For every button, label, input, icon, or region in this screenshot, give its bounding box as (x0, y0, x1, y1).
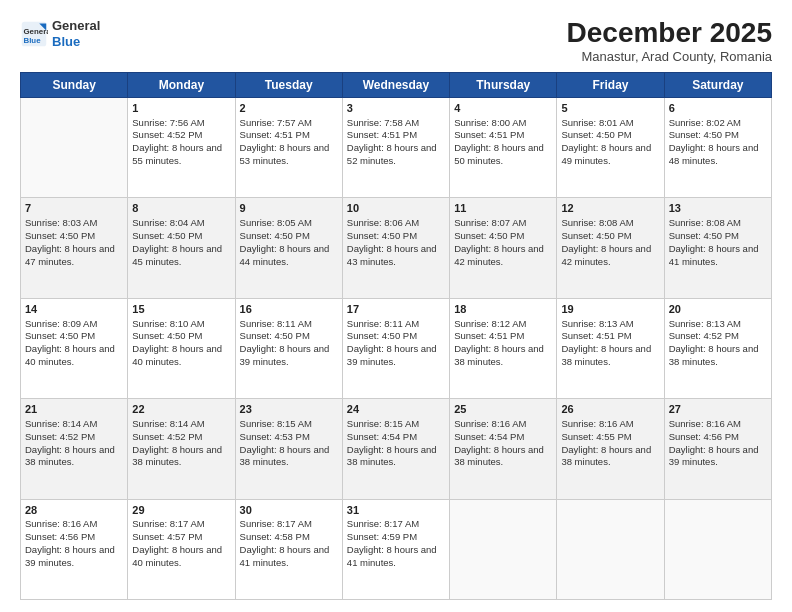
cell-line-1: Sunset: 4:56 PM (669, 431, 767, 444)
day-number: 24 (347, 402, 445, 417)
cell-line-0: Sunrise: 8:08 AM (561, 217, 659, 230)
cell-line-0: Sunrise: 8:03 AM (25, 217, 123, 230)
cell-line-0: Sunrise: 8:01 AM (561, 117, 659, 130)
cell-w4d0: 28Sunrise: 8:16 AMSunset: 4:56 PMDayligh… (21, 499, 128, 599)
cell-line-2: Daylight: 8 hours and 41 minutes. (240, 544, 338, 570)
cell-line-2: Daylight: 8 hours and 42 minutes. (561, 243, 659, 269)
day-number: 25 (454, 402, 552, 417)
cell-line-0: Sunrise: 8:16 AM (669, 418, 767, 431)
cell-line-0: Sunrise: 8:11 AM (347, 318, 445, 331)
cell-line-2: Daylight: 8 hours and 38 minutes. (561, 343, 659, 369)
cell-line-2: Daylight: 8 hours and 43 minutes. (347, 243, 445, 269)
col-header-saturday: Saturday (664, 72, 771, 97)
day-number: 15 (132, 302, 230, 317)
day-number: 7 (25, 201, 123, 216)
cell-line-1: Sunset: 4:52 PM (132, 129, 230, 142)
cell-line-1: Sunset: 4:55 PM (561, 431, 659, 444)
cell-w0d5: 5Sunrise: 8:01 AMSunset: 4:50 PMDaylight… (557, 97, 664, 197)
cell-w0d6: 6Sunrise: 8:02 AMSunset: 4:50 PMDaylight… (664, 97, 771, 197)
cell-line-1: Sunset: 4:51 PM (561, 330, 659, 343)
cell-w2d3: 17Sunrise: 8:11 AMSunset: 4:50 PMDayligh… (342, 298, 449, 398)
day-number: 29 (132, 503, 230, 518)
cell-line-1: Sunset: 4:53 PM (240, 431, 338, 444)
cell-line-0: Sunrise: 8:12 AM (454, 318, 552, 331)
cell-line-1: Sunset: 4:50 PM (669, 230, 767, 243)
cell-line-2: Daylight: 8 hours and 41 minutes. (669, 243, 767, 269)
cell-w2d0: 14Sunrise: 8:09 AMSunset: 4:50 PMDayligh… (21, 298, 128, 398)
cell-line-1: Sunset: 4:52 PM (132, 431, 230, 444)
logo-general-text: General (52, 18, 100, 33)
logo-icon: General Blue (20, 20, 48, 48)
cell-w1d6: 13Sunrise: 8:08 AMSunset: 4:50 PMDayligh… (664, 198, 771, 298)
cell-line-0: Sunrise: 7:57 AM (240, 117, 338, 130)
cell-w1d2: 9Sunrise: 8:05 AMSunset: 4:50 PMDaylight… (235, 198, 342, 298)
cell-line-1: Sunset: 4:50 PM (132, 230, 230, 243)
cell-line-2: Daylight: 8 hours and 55 minutes. (132, 142, 230, 168)
cell-line-1: Sunset: 4:51 PM (347, 129, 445, 142)
cell-w3d3: 24Sunrise: 8:15 AMSunset: 4:54 PMDayligh… (342, 399, 449, 499)
day-number: 28 (25, 503, 123, 518)
logo: General Blue General Blue (20, 18, 100, 49)
cell-line-0: Sunrise: 8:14 AM (132, 418, 230, 431)
cell-line-1: Sunset: 4:50 PM (561, 230, 659, 243)
day-number: 21 (25, 402, 123, 417)
cell-line-1: Sunset: 4:59 PM (347, 531, 445, 544)
cell-line-0: Sunrise: 7:58 AM (347, 117, 445, 130)
cell-w2d4: 18Sunrise: 8:12 AMSunset: 4:51 PMDayligh… (450, 298, 557, 398)
cell-line-1: Sunset: 4:51 PM (240, 129, 338, 142)
cell-line-0: Sunrise: 8:16 AM (561, 418, 659, 431)
cell-w1d4: 11Sunrise: 8:07 AMSunset: 4:50 PMDayligh… (450, 198, 557, 298)
day-number: 23 (240, 402, 338, 417)
calendar-table: SundayMondayTuesdayWednesdayThursdayFrid… (20, 72, 772, 600)
day-number: 4 (454, 101, 552, 116)
cell-line-2: Daylight: 8 hours and 53 minutes. (240, 142, 338, 168)
cell-line-2: Daylight: 8 hours and 52 minutes. (347, 142, 445, 168)
day-number: 20 (669, 302, 767, 317)
cell-line-2: Daylight: 8 hours and 47 minutes. (25, 243, 123, 269)
cell-w3d6: 27Sunrise: 8:16 AMSunset: 4:56 PMDayligh… (664, 399, 771, 499)
cell-line-2: Daylight: 8 hours and 38 minutes. (454, 343, 552, 369)
day-number: 27 (669, 402, 767, 417)
cell-line-1: Sunset: 4:51 PM (454, 330, 552, 343)
day-number: 2 (240, 101, 338, 116)
cell-line-2: Daylight: 8 hours and 49 minutes. (561, 142, 659, 168)
cell-w0d2: 2Sunrise: 7:57 AMSunset: 4:51 PMDaylight… (235, 97, 342, 197)
day-number: 18 (454, 302, 552, 317)
logo-blue-text: Blue (52, 34, 80, 49)
cell-line-1: Sunset: 4:50 PM (240, 330, 338, 343)
day-number: 5 (561, 101, 659, 116)
cell-w4d4 (450, 499, 557, 599)
cell-line-2: Daylight: 8 hours and 40 minutes. (132, 343, 230, 369)
cell-line-2: Daylight: 8 hours and 50 minutes. (454, 142, 552, 168)
day-number: 26 (561, 402, 659, 417)
day-number: 8 (132, 201, 230, 216)
col-header-thursday: Thursday (450, 72, 557, 97)
cell-line-0: Sunrise: 8:11 AM (240, 318, 338, 331)
title-block: December 2025 Manastur, Arad County, Rom… (567, 18, 772, 64)
cell-w4d5 (557, 499, 664, 599)
cell-line-1: Sunset: 4:51 PM (454, 129, 552, 142)
cell-line-1: Sunset: 4:50 PM (240, 230, 338, 243)
cell-line-1: Sunset: 4:54 PM (454, 431, 552, 444)
cell-line-1: Sunset: 4:50 PM (669, 129, 767, 142)
cell-line-1: Sunset: 4:58 PM (240, 531, 338, 544)
cell-w1d0: 7Sunrise: 8:03 AMSunset: 4:50 PMDaylight… (21, 198, 128, 298)
cell-line-0: Sunrise: 8:14 AM (25, 418, 123, 431)
cell-line-1: Sunset: 4:56 PM (25, 531, 123, 544)
cell-w0d0 (21, 97, 128, 197)
cell-line-0: Sunrise: 8:10 AM (132, 318, 230, 331)
cell-line-0: Sunrise: 8:17 AM (132, 518, 230, 531)
cell-line-0: Sunrise: 8:00 AM (454, 117, 552, 130)
cell-line-2: Daylight: 8 hours and 39 minutes. (25, 544, 123, 570)
cell-line-1: Sunset: 4:57 PM (132, 531, 230, 544)
cell-line-0: Sunrise: 8:15 AM (347, 418, 445, 431)
cell-line-0: Sunrise: 8:16 AM (454, 418, 552, 431)
cell-line-2: Daylight: 8 hours and 44 minutes. (240, 243, 338, 269)
cell-line-2: Daylight: 8 hours and 39 minutes. (347, 343, 445, 369)
cell-line-2: Daylight: 8 hours and 41 minutes. (347, 544, 445, 570)
day-number: 22 (132, 402, 230, 417)
day-number: 11 (454, 201, 552, 216)
day-number: 6 (669, 101, 767, 116)
cell-line-1: Sunset: 4:50 PM (25, 330, 123, 343)
cell-line-2: Daylight: 8 hours and 45 minutes. (132, 243, 230, 269)
